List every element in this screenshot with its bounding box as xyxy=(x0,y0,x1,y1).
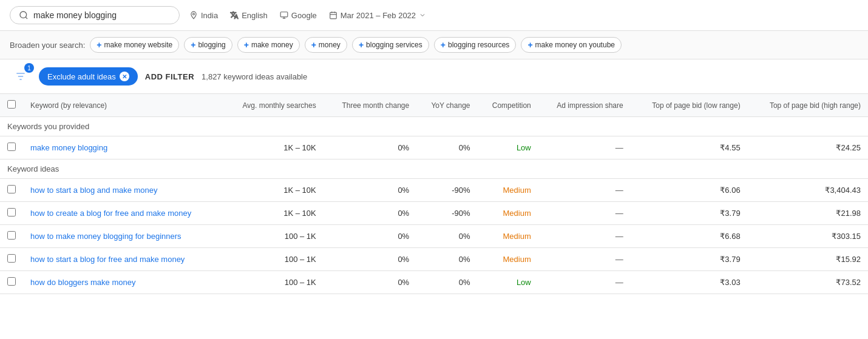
search-input[interactable] xyxy=(33,10,155,20)
three-month-cell: 0% xyxy=(324,248,416,271)
close-icon[interactable]: ✕ xyxy=(120,72,129,81)
svg-line-1 xyxy=(25,17,27,19)
high-bid-cell: ₹3,404.43 xyxy=(748,179,868,202)
col-competition-label: Competition xyxy=(492,101,531,110)
col-three-month: Three month change xyxy=(324,94,416,117)
keyword-cell[interactable]: how to make money blogging for beginners xyxy=(23,225,223,248)
language-label: English xyxy=(242,11,268,20)
svg-rect-3 xyxy=(280,12,288,17)
broaden-row: Broaden your search: + make money websit… xyxy=(0,31,868,59)
chip-plus-icon: + xyxy=(527,40,532,50)
top-bar-filters: India English Google Mar 2021 – Feb 2022 xyxy=(189,11,426,20)
high-bid-cell: ₹15.92 xyxy=(748,248,868,271)
search-box[interactable] xyxy=(10,6,180,24)
chip-money[interactable]: + money xyxy=(305,37,347,53)
chip-label: make money xyxy=(251,41,293,49)
table-row: how to start a blog for free and make mo… xyxy=(0,248,868,271)
chip-plus-icon: + xyxy=(311,40,316,50)
ad-impression-cell: — xyxy=(538,271,631,294)
avg-searches-cell: 1K – 10K xyxy=(223,202,323,225)
source-icon xyxy=(280,11,288,19)
competition-cell: Medium xyxy=(478,225,538,248)
available-count: 1,827 keyword ideas available xyxy=(202,72,307,81)
checkbox-cell[interactable] xyxy=(0,136,23,159)
broaden-label: Broaden your search: xyxy=(10,41,85,50)
checkbox-cell[interactable] xyxy=(0,225,23,248)
chip-label: blogging xyxy=(198,41,225,49)
ad-impression-cell: — xyxy=(538,202,631,225)
chip-label: money xyxy=(319,41,341,49)
low-bid-cell: ₹6.68 xyxy=(631,225,748,248)
exclude-label: Exclude adult ideas xyxy=(47,72,116,81)
yoy-cell: 0% xyxy=(416,271,477,294)
low-bid-cell: ₹6.06 xyxy=(631,179,748,202)
three-month-cell: 0% xyxy=(324,136,416,159)
three-month-cell: 0% xyxy=(324,271,416,294)
col-low-bid: Top of page bid (low range) xyxy=(631,94,748,117)
keyword-cell[interactable]: how to create a blog for free and make m… xyxy=(23,202,223,225)
table-header-row: Keyword (by relevance) Avg. monthly sear… xyxy=(0,94,868,117)
competition-cell: Medium xyxy=(478,179,538,202)
row-checkbox[interactable] xyxy=(7,231,16,240)
col-ad-label: Ad impression share xyxy=(557,101,623,110)
location-label: India xyxy=(201,11,218,20)
high-bid-cell: ₹24.25 xyxy=(748,136,868,159)
chip-label: blogging resources xyxy=(448,41,509,49)
competition-cell: Medium xyxy=(478,248,538,271)
ad-impression-cell: — xyxy=(538,248,631,271)
chip-plus-icon: + xyxy=(441,40,446,50)
col-avg-label: Avg. monthly searches xyxy=(243,101,316,110)
keyword-cell[interactable]: how to start a blog for free and make mo… xyxy=(23,248,223,271)
chip-plus-icon: + xyxy=(97,40,101,50)
svg-point-0 xyxy=(20,12,27,18)
date-filter[interactable]: Mar 2021 – Feb 2022 xyxy=(329,11,426,20)
chip-make-money-youtube[interactable]: + make money on youtube xyxy=(521,37,622,53)
ad-impression-cell: — xyxy=(538,179,631,202)
row-checkbox[interactable] xyxy=(7,254,16,263)
checkbox-cell[interactable] xyxy=(0,202,23,225)
row-checkbox[interactable] xyxy=(7,143,16,151)
chip-blogging-services[interactable]: + blogging services xyxy=(352,37,429,53)
add-filter-button[interactable]: ADD FILTER xyxy=(145,72,194,81)
low-bid-cell: ₹3.79 xyxy=(631,248,748,271)
chip-blogging[interactable]: + blogging xyxy=(184,37,232,53)
location-filter[interactable]: India xyxy=(189,11,218,20)
source-label: Google xyxy=(291,11,317,20)
funnel-button[interactable]: 1 xyxy=(10,65,32,87)
yoy-cell: 0% xyxy=(416,136,477,159)
svg-rect-6 xyxy=(330,12,337,18)
table-row: how to start a blog and make money 1K – … xyxy=(0,179,868,202)
keyword-cell[interactable]: make money blogging xyxy=(23,136,223,159)
section-provided-label: Keywords you provided xyxy=(0,117,868,136)
checkbox-cell[interactable] xyxy=(0,248,23,271)
yoy-cell: 0% xyxy=(416,248,477,271)
chip-make-money-website[interactable]: + make money website xyxy=(90,37,179,53)
chip-make-money[interactable]: + make money xyxy=(237,37,300,53)
low-bid-cell: ₹3.03 xyxy=(631,271,748,294)
competition-cell: Low xyxy=(478,271,538,294)
checkbox-cell[interactable] xyxy=(0,271,23,294)
row-checkbox[interactable] xyxy=(7,277,16,286)
col-keyword: Keyword (by relevance) xyxy=(23,94,223,117)
source-filter[interactable]: Google xyxy=(280,11,317,20)
avg-searches-cell: 1K – 10K xyxy=(223,136,323,159)
keyword-cell[interactable]: how do bloggers make money xyxy=(23,271,223,294)
col-checkbox[interactable] xyxy=(0,94,23,117)
competition-cell: Low xyxy=(478,136,538,159)
checkbox-cell[interactable] xyxy=(0,179,23,202)
keyword-cell[interactable]: how to start a blog and make money xyxy=(23,179,223,202)
language-filter[interactable]: English xyxy=(230,11,268,20)
col-low-bid-label: Top of page bid (low range) xyxy=(652,101,740,110)
section-ideas: Keyword ideas xyxy=(0,159,868,179)
chip-label: make money website xyxy=(104,41,172,49)
search-icon xyxy=(19,10,29,20)
row-checkbox[interactable] xyxy=(7,208,16,216)
filter-badge: 1 xyxy=(24,63,34,73)
location-icon xyxy=(189,11,198,19)
ad-impression-cell: — xyxy=(538,136,631,159)
chip-blogging-resources[interactable]: + blogging resources xyxy=(434,37,517,53)
exclude-adult-button[interactable]: Exclude adult ideas ✕ xyxy=(39,67,138,86)
row-checkbox[interactable] xyxy=(7,185,16,193)
select-all-checkbox[interactable] xyxy=(7,100,16,109)
section-provided: Keywords you provided xyxy=(0,117,868,136)
